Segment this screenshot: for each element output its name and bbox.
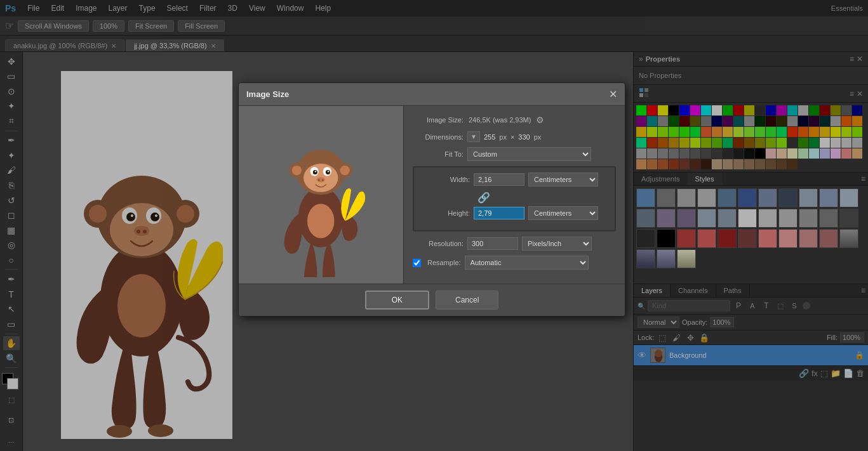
image-size-value: 246,5K (was 2,93M) xyxy=(469,116,531,124)
svg-point-36 xyxy=(318,179,320,181)
dialog-header: Image Size ✕ xyxy=(239,83,625,106)
svg-point-32 xyxy=(326,170,330,174)
fit-to-label: Fit To: xyxy=(413,150,464,158)
width-input[interactable] xyxy=(474,173,524,186)
height-input[interactable] xyxy=(474,207,524,219)
svg-point-34 xyxy=(328,171,329,172)
dialog-footer: OK Cancel xyxy=(239,284,625,316)
fit-to-select[interactable]: Custom xyxy=(467,147,591,161)
svg-point-44 xyxy=(307,204,335,238)
dialog-preview xyxy=(239,106,404,284)
resolution-input[interactable] xyxy=(467,237,518,250)
dialog-preview-svg xyxy=(240,112,402,277)
svg-point-33 xyxy=(315,171,316,172)
resample-checkbox[interactable] xyxy=(413,259,421,267)
width-label: Width: xyxy=(419,176,470,183)
svg-point-41 xyxy=(340,166,349,175)
resolution-row: Resolution: Pixels/Inch xyxy=(413,237,616,251)
dimensions-box: Width: Centimeters 🔗 Height: Centimeters xyxy=(413,166,616,232)
svg-point-37 xyxy=(322,179,324,181)
dialog-close-btn[interactable]: ✕ xyxy=(609,88,617,100)
chain-link-icon: 🔗 xyxy=(477,192,490,204)
resample-row: Resample: Automatic xyxy=(413,256,616,270)
dimensions-multiply: × xyxy=(511,133,514,141)
width-unit-select[interactable]: Centimeters xyxy=(528,173,598,186)
svg-point-31 xyxy=(313,170,317,174)
dimensions-dropdown-btn[interactable]: ▼ xyxy=(467,131,480,142)
image-size-label: Image Size: xyxy=(413,116,464,124)
width-row: Width: Centimeters xyxy=(419,173,610,186)
resample-label[interactable]: Resample: xyxy=(427,259,461,266)
resample-select[interactable]: Automatic xyxy=(465,256,589,270)
resolution-unit-select[interactable]: Pixels/Inch xyxy=(522,237,592,251)
dimensions-label: Dimensions: xyxy=(413,133,464,141)
cancel-button[interactable]: Cancel xyxy=(436,291,498,310)
ok-button[interactable]: OK xyxy=(365,291,429,310)
dimensions-row: Dimensions: ▼ 255 px × 330 px xyxy=(413,131,616,142)
dialog-form: Image Size: 246,5K (was 2,93M) ⚙ Dimensi… xyxy=(404,106,625,284)
svg-point-35 xyxy=(317,177,325,182)
height-row: Height: Centimeters xyxy=(419,206,610,220)
image-size-gear-btn[interactable]: ⚙ xyxy=(536,115,544,125)
height-label: Height: xyxy=(419,209,470,217)
image-size-info-row: Image Size: 246,5K (was 2,93M) ⚙ xyxy=(413,115,616,125)
dimensions-w: 255 xyxy=(484,133,495,141)
fit-to-row: Fit To: Custom xyxy=(413,147,616,161)
dimensions-h: 330 xyxy=(518,133,530,141)
dialog-title: Image Size xyxy=(246,89,289,99)
resolution-label: Resolution: xyxy=(413,240,464,247)
dimensions-px2: px xyxy=(534,133,542,141)
image-size-dialog: Image Size ✕ xyxy=(238,82,625,317)
height-unit-select[interactable]: Centimeters xyxy=(528,206,598,220)
dimensions-px1: px xyxy=(499,133,507,141)
svg-point-39 xyxy=(292,166,302,175)
chain-link-row: 🔗 xyxy=(475,192,610,204)
dialog-body: Image Size: 246,5K (was 2,93M) ⚙ Dimensi… xyxy=(239,106,625,284)
